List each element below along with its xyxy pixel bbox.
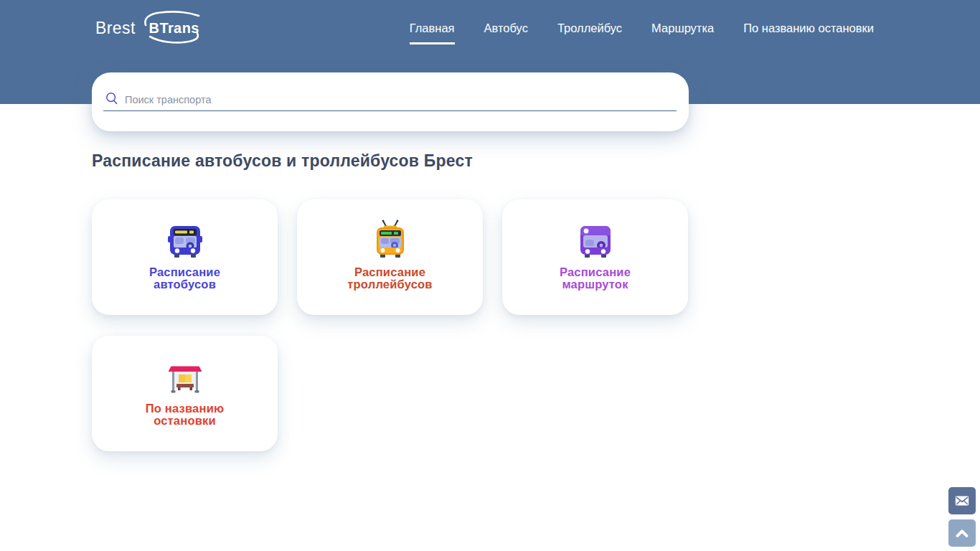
card-minibus-schedule[interactable]: Расписание маршруток xyxy=(502,199,688,315)
minibus-icon xyxy=(578,222,613,258)
card-trolleybus-schedule[interactable]: Расписание троллейбусов xyxy=(297,199,483,315)
brand-logo[interactable]: Brest BTrans xyxy=(95,9,207,47)
brand-mark: BTrans xyxy=(141,9,207,47)
main-nav: Главная Автобус Троллейбус Маршрутка По … xyxy=(410,0,874,56)
nav-item-bus[interactable]: Автобус xyxy=(484,22,528,35)
brand-prefix: Brest xyxy=(95,19,136,38)
card-bus-schedule[interactable]: Расписание автобусов xyxy=(92,199,278,315)
page: Brest BTrans Главная Автобус Троллейбус … xyxy=(0,0,980,551)
card-label: Расписание автобусов xyxy=(149,266,220,291)
card-label: По названию остановки xyxy=(146,402,225,427)
email-button[interactable] xyxy=(948,487,976,514)
trolleybus-icon xyxy=(373,222,407,258)
nav-item-minibus[interactable]: Маршрутка xyxy=(651,22,714,35)
nav-item-trolleybus[interactable]: Троллейбус xyxy=(557,22,622,35)
bus-stop-icon xyxy=(166,359,204,395)
bus-icon xyxy=(168,222,202,258)
card-label: Расписание маршруток xyxy=(560,266,631,291)
scroll-to-top-button[interactable] xyxy=(948,519,976,547)
search-icon xyxy=(105,91,119,105)
brand-name: BTrans xyxy=(149,20,199,37)
nav-item-home[interactable]: Главная xyxy=(410,22,455,35)
search-row xyxy=(103,91,677,111)
email-icon xyxy=(954,493,970,509)
search-card xyxy=(92,72,689,131)
nav-item-stop-name[interactable]: По названию остановки xyxy=(743,22,874,35)
page-title: Расписание автобусов и троллейбусов Брес… xyxy=(92,151,473,171)
card-label: Расписание троллейбусов xyxy=(347,266,432,291)
card-stop-name-search[interactable]: По названию остановки xyxy=(92,336,278,451)
chevron-up-icon xyxy=(953,524,971,542)
search-input[interactable] xyxy=(125,94,675,105)
schedule-cards: Расписание автобусов xyxy=(92,199,689,451)
